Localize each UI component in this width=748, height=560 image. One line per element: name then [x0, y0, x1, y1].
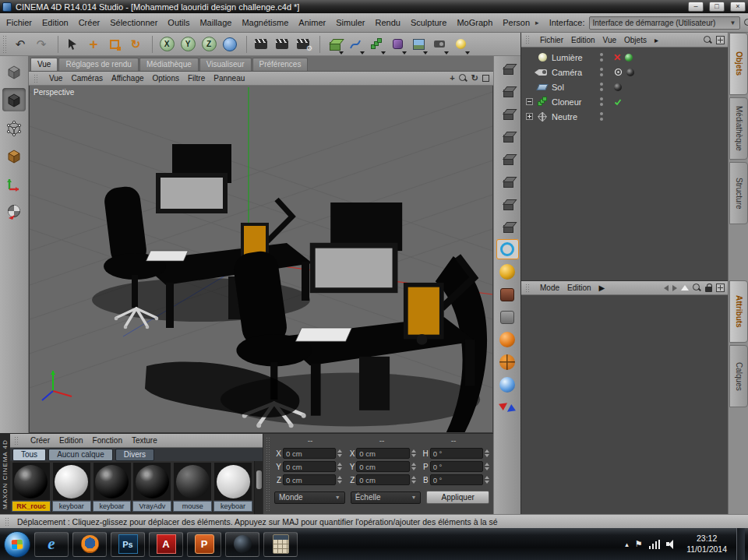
rot-p-input[interactable]: [430, 461, 483, 472]
object-name[interactable]: Cloneur: [552, 97, 594, 107]
stepper[interactable]: [485, 476, 489, 484]
lock-y-button[interactable]: Y: [178, 34, 198, 55]
am-menu-edition[interactable]: Edition: [567, 284, 591, 292]
orange-sphere-tool-button[interactable]: [496, 329, 519, 350]
toolbar-grip[interactable]: [2, 35, 7, 53]
pan-view-icon[interactable]: +: [450, 74, 454, 83]
panel-layout-icon[interactable]: [716, 36, 725, 44]
taskbar-ie-button[interactable]: e: [34, 532, 69, 557]
render-picture-viewer-button[interactable]: [272, 34, 292, 55]
nav-up-icon[interactable]: [681, 285, 689, 291]
menu-overflow-icon[interactable]: ▸: [535, 19, 539, 26]
material-item[interactable]: RK_rouc: [12, 463, 51, 514]
mm-menu-texture[interactable]: Texture: [132, 436, 157, 445]
material-tag-icon[interactable]: [626, 69, 634, 76]
view-preset-button[interactable]: [496, 81, 519, 101]
material-preview[interactable]: [53, 463, 90, 500]
show-desktop-button[interactable]: [736, 528, 745, 560]
pos-x-input[interactable]: [283, 448, 336, 459]
visibility-dots[interactable]: [600, 53, 603, 62]
om-menu-overflow-icon[interactable]: ▸: [654, 36, 658, 44]
view-preset-button[interactable]: [496, 217, 519, 237]
taskbar-calculator-button[interactable]: [263, 532, 298, 557]
tab-preferences[interactable]: Préférences: [252, 58, 309, 71]
action-center-flag-icon[interactable]: ⚑: [635, 539, 643, 549]
material-name[interactable]: keyboar: [52, 501, 91, 512]
rotate-tool-button[interactable]: ↻: [125, 34, 146, 55]
interface-select[interactable]: Interface de démarrage (Utilisateur) ▼: [589, 16, 740, 30]
object-name[interactable]: Lumière: [552, 53, 594, 62]
visibility-dots[interactable]: [600, 97, 603, 106]
rot-h-input[interactable]: [430, 448, 483, 459]
layer-tab-aucun-calque[interactable]: Aucun calque: [48, 449, 113, 461]
object-row-neutre[interactable]: Neutre: [521, 109, 728, 124]
show-hidden-icons-button[interactable]: ▴: [625, 541, 629, 548]
view-preset-button[interactable]: [496, 126, 519, 146]
add-generator-button[interactable]: [366, 34, 386, 55]
lock-z-button[interactable]: Z: [199, 34, 219, 55]
view-preset-button[interactable]: [496, 104, 519, 124]
stepper[interactable]: [485, 449, 489, 457]
am-search-icon[interactable]: [693, 284, 701, 292]
panel-layout-icon[interactable]: [716, 284, 725, 292]
om-menu-vue[interactable]: Vue: [603, 36, 616, 44]
visibility-dots[interactable]: [600, 83, 603, 91]
view-preset-button[interactable]: [496, 171, 519, 192]
network-signal-icon[interactable]: [649, 540, 661, 549]
menu-simuler[interactable]: Simuler: [336, 18, 365, 27]
size-z-input[interactable]: [356, 474, 409, 485]
tab-mediatheque-side[interactable]: Médiathèque: [729, 97, 748, 160]
vp-menu-cameras[interactable]: Caméras: [71, 74, 103, 83]
menu-outils[interactable]: Outils: [168, 18, 189, 27]
viewport-canvas[interactable]: Perspective: [29, 86, 493, 433]
material-name[interactable]: keyboar: [213, 501, 252, 512]
lock-x-button[interactable]: X: [157, 34, 177, 55]
vp-menu-filtre[interactable]: Filtre: [188, 74, 205, 83]
menu-magnetisme[interactable]: Magnétisme: [242, 18, 288, 27]
menu-fichier[interactable]: Fichier: [6, 18, 32, 27]
taskbar-firefox-button[interactable]: [72, 532, 107, 557]
visibility-dots[interactable]: [600, 68, 603, 76]
tab-structure[interactable]: Structure: [729, 162, 748, 224]
transfer-arrows-tool-button[interactable]: [496, 397, 519, 417]
expander-minus-icon[interactable]: [526, 98, 533, 105]
space-select[interactable]: Monde▼: [274, 491, 345, 504]
object-row-camera[interactable]: Caméra: [521, 65, 728, 79]
menu-mograph[interactable]: MoGraph: [457, 18, 492, 27]
move-tool-button[interactable]: +: [83, 34, 104, 55]
om-search-icon[interactable]: [704, 36, 712, 44]
stepper[interactable]: [411, 476, 416, 484]
material-preview[interactable]: [174, 463, 211, 500]
stepper[interactable]: [411, 449, 416, 457]
attribute-manager-grip[interactable]: [525, 284, 530, 292]
apply-button[interactable]: Appliquer: [426, 491, 489, 504]
scale-tool-button[interactable]: [104, 34, 125, 55]
make-editable-button[interactable]: [2, 60, 26, 83]
texture-mode-button[interactable]: [2, 200, 26, 224]
visibility-dots[interactable]: [600, 112, 603, 121]
am-menu-overflow-icon[interactable]: ▶: [599, 284, 605, 292]
pos-z-input[interactable]: [283, 474, 336, 485]
size-x-input[interactable]: [356, 448, 409, 459]
material-scrollbar[interactable]: [254, 461, 263, 514]
material-preview[interactable]: [133, 463, 171, 500]
mm-menu-fonction[interactable]: Fonction: [93, 436, 122, 445]
menu-selectionner[interactable]: Sélectionner: [110, 18, 157, 27]
view-preset-button[interactable]: [496, 194, 519, 214]
rotate-view-icon[interactable]: ↻: [471, 74, 478, 83]
green-sphere-tag-icon[interactable]: [625, 54, 633, 62]
tab-vue[interactable]: Vue: [30, 58, 58, 71]
mm-menu-creer[interactable]: Créer: [30, 436, 50, 445]
expander-plus-icon[interactable]: [526, 113, 533, 120]
object-manager-grip[interactable]: [525, 35, 530, 44]
om-menu-edition[interactable]: Edition: [571, 36, 595, 44]
layer-tab-divers[interactable]: Divers: [115, 449, 154, 461]
material-item[interactable]: keyboar: [213, 463, 252, 514]
tab-objets[interactable]: Objets: [729, 33, 748, 95]
stepper[interactable]: [485, 463, 489, 470]
render-settings-button[interactable]: ⚙: [293, 34, 313, 55]
attribute-manager-body[interactable]: [521, 295, 728, 514]
material-tag-icon[interactable]: [614, 83, 622, 91]
object-row-sol[interactable]: Sol: [521, 79, 728, 94]
coordinates-grip[interactable]: [266, 437, 270, 511]
